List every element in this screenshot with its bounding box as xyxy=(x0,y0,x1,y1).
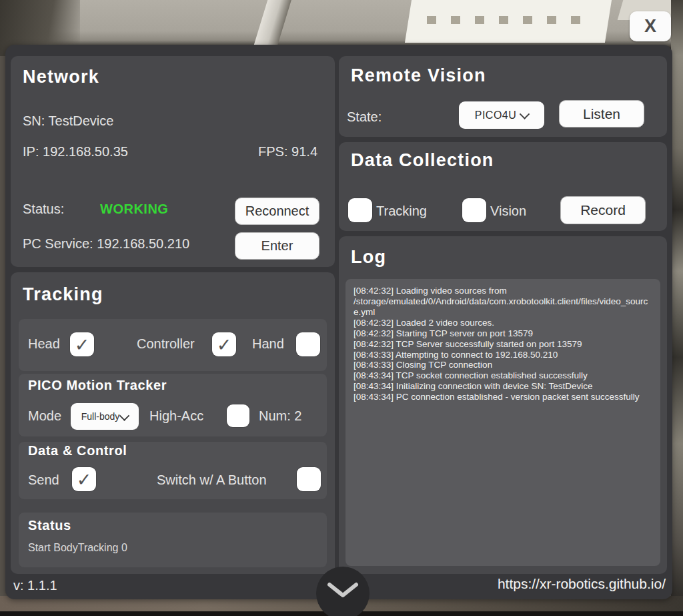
log-title: Log xyxy=(351,247,386,268)
mode-dropdown-value: Full-body xyxy=(81,411,120,422)
hand-label: Hand xyxy=(252,336,284,352)
data-collection-title: Data Collection xyxy=(351,150,494,171)
controller-checkbox[interactable]: ✓ xyxy=(212,332,236,356)
pico-motion-tracker-title: PICO Motion Tracker xyxy=(28,378,167,393)
chevron-down-icon xyxy=(325,581,360,600)
log-output[interactable]: [08:42:32] Loading video sources from /s… xyxy=(346,279,660,566)
log-line: [08:43:33] Closing TCP connection xyxy=(354,360,652,370)
remote-vision-panel: Remote Vision State: PICO4U Listen xyxy=(339,56,667,137)
collect-tracking-checkbox[interactable] xyxy=(348,198,372,222)
high-acc-checkbox[interactable] xyxy=(227,404,249,427)
reconnect-button[interactable]: Reconnect xyxy=(235,198,319,225)
tracking-status-title: Status xyxy=(28,518,71,533)
log-line: [08:43:34] TCP socket connection establi… xyxy=(354,370,652,381)
log-line: [08:42:32] TCP Server successfully start… xyxy=(354,339,652,350)
collapse-panel-button[interactable] xyxy=(316,567,370,616)
mode-dropdown[interactable]: Full-body xyxy=(71,403,139,430)
device-dropdown[interactable]: PICO4U xyxy=(459,101,544,129)
pico-motion-tracker-section: PICO Motion Tracker Mode Full-body High-… xyxy=(19,374,327,436)
collect-tracking-label: Tracking xyxy=(376,204,427,219)
ip-address-value: IP: 192.168.50.35 xyxy=(23,144,128,160)
version-label: v: 1.1.1 xyxy=(13,578,57,593)
send-checkbox[interactable]: ✓ xyxy=(72,467,96,491)
device-dropdown-value: PICO4U xyxy=(475,109,517,121)
footer-link[interactable]: https://xr-robotics.github.io/ xyxy=(498,576,666,592)
record-button[interactable]: Record xyxy=(560,196,646,224)
log-panel: Log [08:42:32] Loading video sources fro… xyxy=(339,236,667,574)
hand-checkbox[interactable] xyxy=(296,332,320,356)
controller-label: Controller xyxy=(137,336,195,352)
log-line: [08:42:32] Loaded 2 video sources. xyxy=(354,318,652,328)
log-line: [08:43:34] PC connection established - v… xyxy=(354,392,652,402)
chevron-down-icon xyxy=(520,109,530,119)
background-room-right xyxy=(671,0,683,616)
high-acc-label: High-Acc xyxy=(149,408,203,424)
close-button[interactable]: X xyxy=(630,11,671,41)
switch-a-button-checkbox[interactable] xyxy=(297,467,321,491)
enter-button[interactable]: Enter xyxy=(235,232,319,260)
collect-vision-label: Vision xyxy=(490,204,526,219)
main-panel: Network SN: TestDevice IP: 192.168.50.35… xyxy=(5,45,672,599)
tracking-status-section: Status Start BodyTracking 0 xyxy=(19,513,327,567)
tracking-title: Tracking xyxy=(23,284,103,305)
tracker-num-value: Num: 2 xyxy=(259,408,301,424)
fps-value: FPS: 91.4 xyxy=(258,144,317,160)
status-badge: WORKING xyxy=(100,202,168,217)
log-line: [08:42:32] Loading video sources from /s… xyxy=(354,286,652,318)
log-line: [08:43:34] Initializing connection with … xyxy=(354,381,652,392)
data-control-title: Data & Control xyxy=(28,443,127,458)
network-panel: Network SN: TestDevice IP: 192.168.50.35… xyxy=(11,56,335,267)
log-line: [08:42:32] Starting TCP server on port 1… xyxy=(354,328,652,339)
pc-service-value: PC Service: 192.168.50.210 xyxy=(23,236,189,252)
data-control-section: Data & Control Send ✓ Switch w/ A Button xyxy=(19,442,327,499)
head-checkbox[interactable]: ✓ xyxy=(70,332,94,356)
network-title: Network xyxy=(23,67,99,87)
chevron-down-icon xyxy=(119,410,130,421)
listen-button[interactable]: Listen xyxy=(559,100,644,127)
mode-label: Mode xyxy=(28,408,61,424)
close-icon: X xyxy=(644,16,656,37)
background-light-fixtures xyxy=(427,16,594,24)
data-collection-panel: Data Collection Tracking Vision Record xyxy=(339,142,667,231)
serial-number-value: SN: TestDevice xyxy=(23,113,113,129)
send-label: Send xyxy=(28,473,59,488)
tracking-status-value: Start BodyTracking 0 xyxy=(28,542,127,554)
state-label: State: xyxy=(347,109,382,125)
switch-a-button-label: Switch w/ A Button xyxy=(157,473,267,488)
log-line: [08:43:33] Attempting to connect to 192.… xyxy=(354,350,652,360)
collect-vision-checkbox[interactable] xyxy=(462,198,486,222)
tracking-toggles-row: Head ✓ Controller ✓ Hand xyxy=(19,319,327,371)
remote-vision-title: Remote Vision xyxy=(351,65,486,86)
tracking-panel: Tracking Head ✓ Controller ✓ Hand PICO M… xyxy=(11,272,335,574)
head-label: Head xyxy=(28,336,60,352)
status-label: Status: xyxy=(23,202,64,217)
